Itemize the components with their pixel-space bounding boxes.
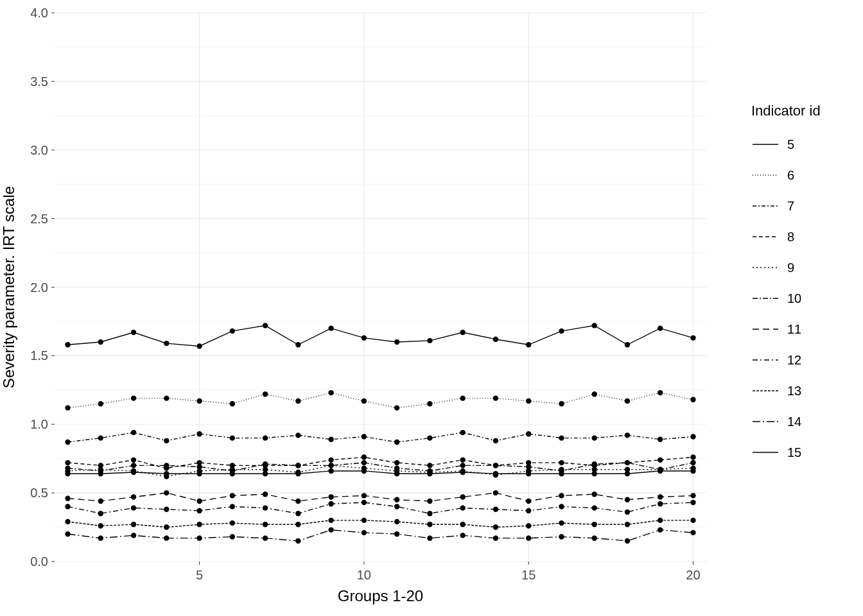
series-point-15 bbox=[460, 470, 465, 475]
series-point-11 bbox=[625, 497, 630, 502]
y-tick-label: 0.0 bbox=[30, 554, 48, 569]
legend-label-12: 12 bbox=[787, 353, 801, 367]
series-point-7 bbox=[131, 430, 136, 435]
series-point-11 bbox=[394, 497, 399, 502]
legend-label-8: 8 bbox=[787, 230, 794, 244]
series-point-7 bbox=[196, 431, 202, 436]
series-point-12 bbox=[131, 505, 136, 510]
x-tick-label: 20 bbox=[686, 568, 700, 582]
series-point-12 bbox=[65, 504, 70, 509]
series-point-11 bbox=[98, 499, 103, 504]
series-point-8 bbox=[131, 458, 136, 463]
series-point-10 bbox=[328, 463, 333, 468]
series-point-14 bbox=[460, 533, 465, 538]
series-point-6 bbox=[625, 398, 630, 404]
series-point-10 bbox=[196, 464, 202, 469]
series-point-14 bbox=[592, 535, 597, 540]
series-point-7 bbox=[164, 438, 169, 443]
series-point-5 bbox=[427, 338, 432, 343]
series-point-6 bbox=[98, 401, 103, 406]
series-point-7 bbox=[230, 435, 235, 440]
x-tick-label: 15 bbox=[521, 568, 536, 582]
series-point-5 bbox=[65, 342, 70, 347]
series-point-5 bbox=[690, 335, 695, 340]
series-point-5 bbox=[230, 329, 235, 334]
y-tick-label: 1.5 bbox=[30, 348, 48, 363]
series-point-15 bbox=[658, 468, 663, 474]
series-point-6 bbox=[526, 398, 531, 404]
series-point-12 bbox=[362, 500, 367, 505]
series-point-14 bbox=[658, 527, 663, 533]
series-point-11 bbox=[230, 493, 235, 498]
y-tick-label: 2.0 bbox=[30, 280, 48, 295]
series-point-11 bbox=[131, 494, 136, 499]
series-point-8 bbox=[658, 458, 663, 463]
series-point-7 bbox=[658, 437, 663, 442]
series-point-12 bbox=[493, 507, 498, 512]
series-point-15 bbox=[690, 468, 695, 474]
series-point-15 bbox=[526, 471, 531, 476]
series-point-14 bbox=[362, 530, 367, 535]
series-point-11 bbox=[295, 499, 301, 504]
series-point-15 bbox=[164, 471, 169, 476]
y-tick-label: 1.0 bbox=[30, 417, 48, 431]
series-point-6 bbox=[196, 398, 202, 404]
series-point-14 bbox=[625, 538, 630, 543]
series-point-12 bbox=[427, 511, 432, 516]
series-point-5 bbox=[460, 330, 465, 335]
series-point-12 bbox=[230, 504, 235, 509]
series-point-13 bbox=[592, 522, 597, 527]
legend-title: Indicator id bbox=[751, 103, 821, 119]
series-point-15 bbox=[493, 471, 498, 476]
series-point-13 bbox=[164, 524, 169, 529]
series-point-12 bbox=[592, 505, 597, 510]
series-point-11 bbox=[164, 490, 169, 495]
series-point-14 bbox=[131, 533, 136, 538]
x-tick-label: 5 bbox=[196, 568, 203, 582]
series-point-11 bbox=[427, 499, 432, 504]
series-point-12 bbox=[690, 500, 695, 505]
series-point-14 bbox=[526, 535, 531, 540]
series-point-11 bbox=[592, 492, 597, 497]
series-point-7 bbox=[328, 437, 333, 442]
series-point-7 bbox=[394, 440, 399, 445]
series-point-15 bbox=[625, 471, 630, 476]
series-point-13 bbox=[131, 522, 136, 527]
series-point-15 bbox=[559, 471, 564, 476]
series-point-12 bbox=[196, 508, 202, 513]
series-point-13 bbox=[230, 520, 235, 526]
y-tick-label: 0.5 bbox=[30, 486, 48, 500]
series-point-7 bbox=[493, 438, 498, 443]
legend: Indicator id56789101112131415 bbox=[751, 103, 821, 462]
series-point-11 bbox=[362, 493, 367, 498]
series-point-15 bbox=[295, 471, 301, 476]
series-point-13 bbox=[362, 518, 367, 523]
series-point-5 bbox=[164, 341, 169, 346]
series-point-13 bbox=[65, 519, 70, 524]
series-point-14 bbox=[394, 531, 399, 536]
series-point-5 bbox=[592, 323, 597, 328]
series-point-13 bbox=[98, 523, 103, 528]
series-point-10 bbox=[164, 463, 169, 468]
series-point-12 bbox=[559, 504, 564, 509]
series-point-13 bbox=[196, 522, 202, 527]
series-point-14 bbox=[196, 535, 202, 540]
series-point-12 bbox=[164, 507, 169, 512]
chart-container: 0.00.51.01.52.02.53.03.54.05101520Groups… bbox=[0, 0, 863, 616]
series-point-15 bbox=[362, 468, 367, 474]
series-point-13 bbox=[690, 518, 695, 523]
series-point-7 bbox=[263, 435, 268, 440]
series-point-12 bbox=[263, 505, 268, 510]
series-point-13 bbox=[493, 524, 498, 529]
series-point-6 bbox=[263, 391, 268, 397]
series-point-6 bbox=[362, 398, 367, 404]
series-point-10 bbox=[460, 463, 465, 468]
series-point-6 bbox=[164, 395, 169, 400]
series-point-13 bbox=[526, 523, 531, 528]
series-point-5 bbox=[493, 337, 498, 342]
series-point-5 bbox=[625, 342, 630, 347]
series-point-14 bbox=[328, 527, 333, 533]
series-point-11 bbox=[690, 493, 695, 498]
series-point-10 bbox=[526, 464, 531, 469]
x-tick-label: 10 bbox=[357, 568, 371, 582]
